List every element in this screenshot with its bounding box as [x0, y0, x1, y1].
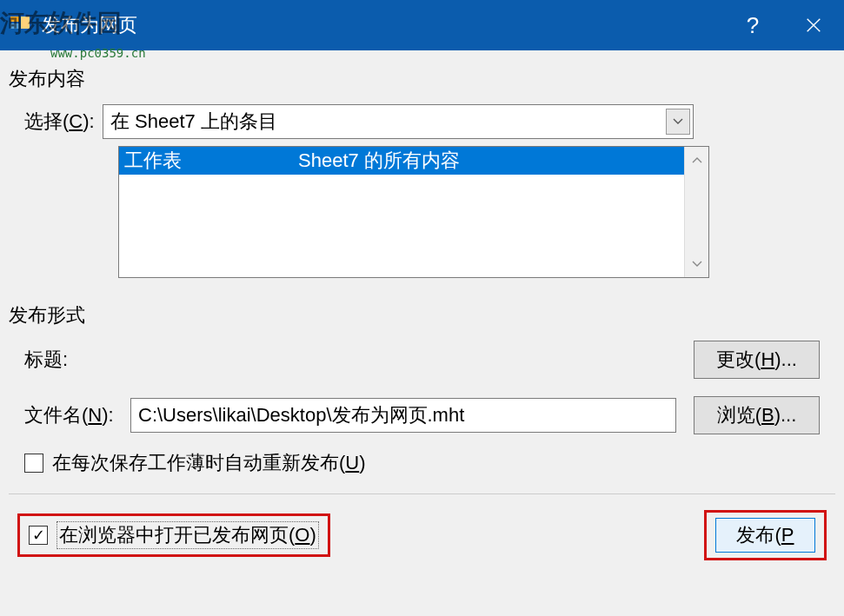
auto-republish-label: 在每次保存工作薄时自动重新发布(U)	[52, 450, 366, 476]
list-item-col1: 工作表	[124, 148, 298, 174]
filename-input[interactable]	[130, 398, 676, 433]
svg-rect-0	[10, 17, 19, 22]
svg-rect-1	[10, 23, 19, 29]
app-icon	[7, 11, 35, 39]
help-button[interactable]: ?	[722, 0, 783, 50]
svg-rect-2	[21, 17, 30, 29]
choose-select[interactable]: 在 Sheet7 上的条目	[103, 104, 694, 139]
publish-form-title: 发布形式	[9, 302, 835, 328]
titlebar-left: 发布为网页 河东软件园 www.pc0359.cn	[0, 11, 137, 39]
divider	[9, 493, 835, 494]
browse-button[interactable]: 浏览(B)...	[694, 396, 820, 434]
auto-republish-row: 在每次保存工作薄时自动重新发布(U)	[9, 450, 835, 476]
choose-label: 选择(C):	[9, 109, 103, 135]
publish-content-title: 发布内容	[9, 66, 835, 92]
list-item-col2: Sheet7 的所有内容	[298, 148, 679, 174]
listbox-inner: 工作表 Sheet7 的所有内容	[119, 147, 684, 277]
listbox-scrollbar[interactable]	[684, 147, 708, 277]
open-browser-label: 在浏览器中打开已发布网页(O)	[56, 521, 319, 549]
close-icon	[804, 16, 823, 35]
dialog-body: 发布内容 选择(C): 在 Sheet7 上的条目 工作表 Sheet7 的所有…	[0, 50, 844, 569]
open-browser-checkbox[interactable]	[29, 526, 48, 545]
publish-button[interactable]: 发布(P	[715, 518, 815, 553]
list-item[interactable]: 工作表 Sheet7 的所有内容	[119, 147, 684, 175]
open-browser-highlight: 在浏览器中打开已发布网页(O)	[17, 513, 330, 557]
dialog-title: 发布为网页	[42, 12, 137, 38]
filename-label: 文件名(N):	[9, 402, 130, 428]
titlebar-controls: ?	[722, 0, 844, 50]
title-label: 标题:	[9, 347, 130, 373]
scroll-up-icon[interactable]	[687, 149, 708, 170]
auto-republish-checkbox[interactable]	[24, 454, 43, 473]
choose-select-value: 在 Sheet7 上的条目	[110, 109, 277, 135]
close-button[interactable]	[783, 0, 844, 50]
change-button[interactable]: 更改(H)...	[694, 341, 820, 379]
titlebar: 发布为网页 河东软件园 www.pc0359.cn ?	[0, 0, 844, 50]
bottom-area: 在浏览器中打开已发布网页(O) 发布(P	[9, 510, 835, 560]
publish-highlight: 发布(P	[704, 510, 827, 560]
chevron-down-icon[interactable]	[666, 109, 690, 135]
scroll-down-icon[interactable]	[687, 254, 708, 275]
items-listbox[interactable]: 工作表 Sheet7 的所有内容	[118, 146, 709, 278]
